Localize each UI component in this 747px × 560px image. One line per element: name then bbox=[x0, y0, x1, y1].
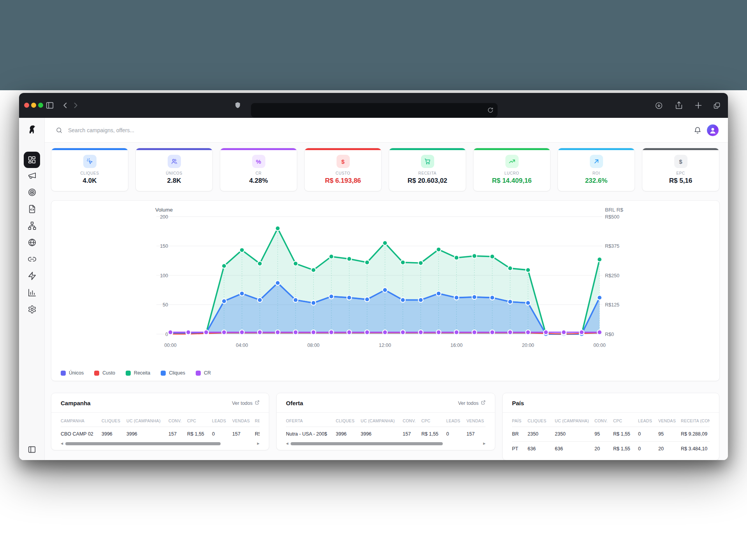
external-link-icon bbox=[481, 400, 486, 406]
back-icon[interactable] bbox=[61, 101, 70, 110]
close-window-button[interactable] bbox=[24, 103, 29, 108]
column-header: CPC bbox=[421, 418, 446, 423]
table-cell: 20 bbox=[594, 446, 613, 452]
kpi-card-cr: %CR4.28% bbox=[220, 148, 297, 191]
svg-text:150: 150 bbox=[160, 243, 168, 249]
sidebar-item-settings[interactable] bbox=[19, 302, 45, 318]
forward-icon[interactable] bbox=[71, 101, 80, 110]
legend-swatch bbox=[126, 371, 131, 376]
percent-icon: % bbox=[252, 155, 265, 168]
url-input[interactable] bbox=[251, 107, 487, 113]
trend-up-icon bbox=[505, 155, 519, 168]
table-cell: R$ bbox=[255, 431, 260, 437]
new-tab-icon[interactable] bbox=[694, 101, 703, 110]
kpi-label: CR bbox=[220, 171, 297, 175]
url-bar[interactable] bbox=[251, 103, 498, 117]
column-header: CONV. bbox=[168, 418, 187, 423]
legend-item-receita[interactable]: Receita bbox=[126, 370, 150, 376]
legend-label: Receita bbox=[134, 370, 150, 376]
table-cell: Nutra - USA - 200$ bbox=[286, 431, 336, 437]
table-cell: 0 bbox=[638, 431, 658, 437]
svg-text:08:00: 08:00 bbox=[307, 343, 319, 348]
table-cell: 0 bbox=[212, 431, 232, 437]
sidebar-item-network[interactable] bbox=[19, 218, 45, 235]
collapse-sidebar-icon[interactable] bbox=[19, 445, 45, 455]
horizontal-scrollbar: ◀▶ bbox=[61, 441, 260, 450]
dollar-icon: $ bbox=[337, 155, 350, 168]
kpi-value: 4.0K bbox=[51, 177, 128, 185]
legend-label: CR bbox=[204, 370, 211, 376]
scroll-left-arrow[interactable]: ◀ bbox=[61, 442, 63, 445]
kpi-card-epc: $EPCR$ 5,16 bbox=[642, 148, 719, 191]
kpi-accent-bar bbox=[136, 148, 212, 150]
dollar-icon: $ bbox=[674, 155, 687, 168]
search-input[interactable] bbox=[67, 127, 301, 134]
scrollbar-track[interactable] bbox=[65, 442, 255, 445]
sidebar-item-bar-chart[interactable] bbox=[19, 285, 45, 302]
scrollbar-thumb[interactable] bbox=[65, 442, 221, 445]
column-header: LEADS bbox=[212, 418, 232, 423]
sidebar-item-zap[interactable] bbox=[19, 268, 45, 285]
legend-item-custo[interactable]: Custo bbox=[94, 370, 115, 376]
user-avatar[interactable] bbox=[707, 124, 719, 136]
kpi-label: ÚNICOS bbox=[136, 171, 212, 175]
globe-icon bbox=[28, 238, 37, 248]
users-icon bbox=[168, 155, 181, 168]
scroll-right-arrow[interactable]: ▶ bbox=[483, 442, 486, 445]
table-cell: R$ 1,55 bbox=[421, 431, 446, 437]
table-cell: R$ 1,55 bbox=[613, 446, 638, 452]
column-header: CAMPANHA bbox=[61, 418, 102, 423]
column-header: CONV. bbox=[594, 418, 613, 423]
share-icon[interactable] bbox=[675, 101, 683, 110]
kpi-value: R$ 6.193,86 bbox=[305, 177, 381, 185]
kpi-accent-bar bbox=[473, 148, 550, 150]
scrollbar-thumb[interactable] bbox=[291, 442, 443, 445]
column-header: LEADS bbox=[638, 418, 658, 423]
svg-text:R$250: R$250 bbox=[605, 273, 619, 278]
kpi-accent-bar bbox=[642, 148, 719, 150]
shield-icon[interactable] bbox=[234, 102, 242, 109]
downloads-icon[interactable] bbox=[655, 102, 663, 110]
legend-item-cr[interactable]: CR bbox=[196, 370, 211, 376]
legend-item-únicos[interactable]: Únicos bbox=[61, 370, 84, 376]
sidebar-item-target[interactable] bbox=[19, 185, 45, 201]
table-cell: CBO CAMP 02 bbox=[61, 431, 102, 437]
kpi-value: R$ 5,16 bbox=[642, 177, 719, 185]
horizontal-scrollbar: ◀▶ bbox=[286, 441, 486, 450]
legend-item-cliques[interactable]: Cliques bbox=[161, 370, 185, 376]
scrollbar-track[interactable] bbox=[291, 442, 481, 445]
svg-text:50: 50 bbox=[163, 302, 168, 308]
sidebar-item-file-code[interactable] bbox=[19, 201, 45, 218]
reload-icon[interactable] bbox=[487, 107, 494, 114]
table-card-campanha: CampanhaVer todosCAMPANHACLIQUESUC (CAMP… bbox=[51, 393, 269, 450]
column-header: UC (CAMPANHA) bbox=[555, 418, 594, 423]
notifications-bell-icon[interactable] bbox=[694, 126, 701, 134]
zoom-window-button[interactable] bbox=[38, 103, 43, 108]
legend-swatch bbox=[94, 371, 99, 376]
window-controls[interactable] bbox=[24, 103, 43, 108]
svg-text:00:00: 00:00 bbox=[593, 343, 605, 348]
kpi-accent-bar bbox=[305, 148, 381, 150]
tab-overview-icon[interactable] bbox=[713, 102, 721, 110]
table-row: CBO CAMP 0239963996157R$ 1,550157R$ bbox=[61, 427, 260, 441]
kpi-value: 232.6% bbox=[558, 177, 635, 185]
table-card-oferta: OfertaVer todosOFERTACLIQUESUC (CAMPANHA… bbox=[276, 393, 495, 450]
sidebar-item-link[interactable] bbox=[19, 252, 45, 268]
scroll-left-arrow[interactable]: ◀ bbox=[286, 442, 288, 445]
sidebar-toggle-icon[interactable] bbox=[46, 101, 54, 110]
ver-todos-link[interactable]: Ver todos bbox=[458, 400, 486, 406]
scroll-right-arrow[interactable]: ▶ bbox=[257, 442, 260, 445]
table-cell: 95 bbox=[594, 431, 613, 437]
ver-todos-link[interactable]: Ver todos bbox=[232, 400, 260, 406]
sidebar-item-globe[interactable] bbox=[19, 235, 45, 252]
column-header: UC (CAMPANHA) bbox=[126, 418, 168, 423]
legend-swatch bbox=[61, 371, 66, 376]
app-logo[interactable] bbox=[19, 118, 45, 143]
table-cell: 0 bbox=[638, 446, 658, 452]
svg-text:R$500: R$500 bbox=[605, 214, 619, 220]
kpi-card-lucro: LUCROR$ 14.409,16 bbox=[473, 148, 551, 191]
file-code-icon bbox=[28, 205, 37, 215]
sidebar-item-dashboard[interactable] bbox=[19, 151, 45, 168]
minimize-window-button[interactable] bbox=[31, 103, 36, 108]
sidebar-item-megaphone[interactable] bbox=[19, 168, 45, 185]
